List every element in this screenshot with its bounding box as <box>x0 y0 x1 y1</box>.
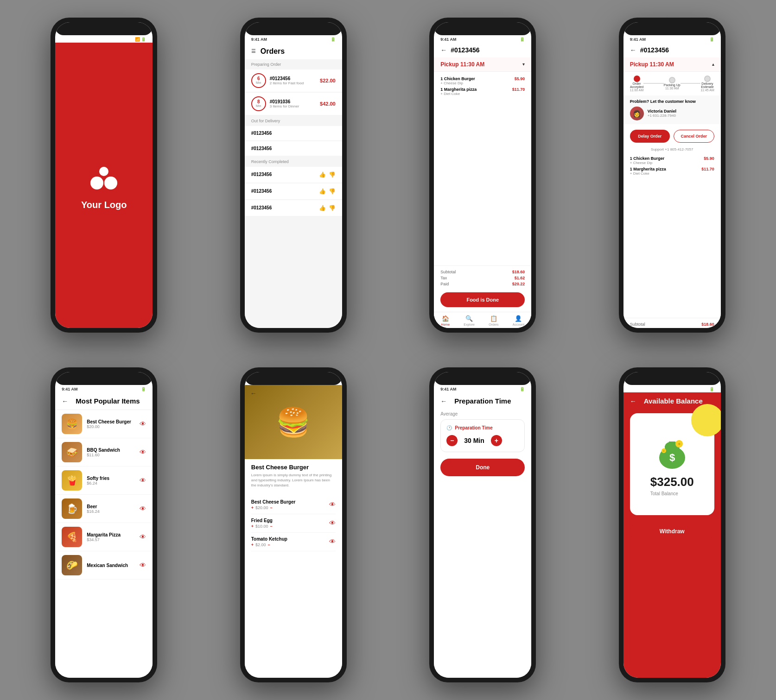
plus-sign-3[interactable]: + <box>251 542 254 547</box>
eye-icon-4[interactable]: 👁 <box>140 505 146 512</box>
mexican-name: Mexican Sandwich <box>87 563 135 568</box>
delivery-label: Out for Delivery <box>245 116 342 125</box>
detail-item-info-1: 1 Chicken Burger + Cheese Dip <box>440 76 475 85</box>
completed-order-1[interactable]: #0123456 👍 👎 <box>245 167 342 183</box>
delivery-id-2: #0123456 <box>251 146 336 151</box>
tl-line-2 <box>681 83 701 84</box>
eye-icon-cust-1[interactable]: 👁 <box>329 501 336 508</box>
status-item-add-2: + Diet Coke <box>630 171 666 176</box>
notch-8 <box>623 372 721 385</box>
back-arrow-7[interactable]: ← <box>440 397 447 405</box>
eye-icon-6[interactable]: 👁 <box>140 561 146 569</box>
beer-name: Beer <box>87 504 135 509</box>
withdraw-button[interactable]: Withdraw <box>630 523 714 540</box>
cust-info-3: Tomato Ketchup + $2.00 − <box>251 536 287 547</box>
sandwich-img: 🥪 <box>62 442 82 462</box>
delivery-order-1[interactable]: #0123456 <box>245 126 342 140</box>
nav-explore[interactable]: 🔍 Explore <box>464 315 475 326</box>
customize-item-3: Tomato Ketchup + $2.00 − 👁 <box>251 533 336 551</box>
hamburger-menu-icon[interactable]: ☰ <box>251 48 256 54</box>
prep-screen: ← Preparation Time Average 🕐 Preparation… <box>434 392 531 678</box>
pickup-label-3: Pickup 11:30 AM <box>440 61 484 68</box>
list-item[interactable]: 🍕 Margarita Pizza $34.57 👁 <box>55 523 153 551</box>
fries-name: Softy fries <box>87 476 135 481</box>
nav-account[interactable]: 👤 Account <box>513 315 524 326</box>
list-item[interactable]: 🥪 BBQ Sandwich $11.60 👁 <box>55 438 153 467</box>
status-time-5: 9:41 AM <box>62 387 77 391</box>
stepper-value: 30 Min <box>464 437 484 444</box>
back-arrow-8[interactable]: ← <box>630 397 636 405</box>
list-header: ← Most Popular Items <box>55 392 153 410</box>
eye-icon-2[interactable]: 👁 <box>140 448 146 456</box>
detail-header: ← #0123456 <box>434 43 531 57</box>
battery-icon-7: 🔋 <box>520 387 525 391</box>
minus-sign-3[interactable]: − <box>268 542 270 547</box>
bottom-nav-3: 🏠 Home 🔍 Explore 📋 Orders 👤 Account <box>434 312 531 328</box>
burger-hero-image: 🍔 ← <box>245 385 342 459</box>
cust-controls-1: + $20.00 − <box>251 505 296 510</box>
plus-stepper-button[interactable]: + <box>491 435 502 446</box>
prep-stepper: − 30 Min + <box>446 435 519 446</box>
phone-balance: 9:41 AM 🔋 ← Available Balance <box>619 367 725 682</box>
signal-icons-8: 🔋 <box>709 387 714 391</box>
eye-icon-cust-3[interactable]: 👁 <box>329 538 336 545</box>
done-button[interactable]: Done <box>440 459 525 476</box>
minus-sign-1[interactable]: − <box>270 505 273 510</box>
minus-stepper-button[interactable]: − <box>446 435 458 446</box>
nav-home[interactable]: 🏠 Home <box>441 315 450 326</box>
list-item[interactable]: 🍔 Best Cheese Burger $20.00 👁 <box>55 410 153 438</box>
cancel-order-button[interactable]: Cancel Order <box>674 130 714 143</box>
status-item-row-2: 1 Margherita pizza + Diet Coke $11.70 <box>630 167 714 176</box>
thumb-up-icon-3[interactable]: 👍 <box>319 205 326 211</box>
minus-sign-2[interactable]: − <box>270 524 273 529</box>
back-arrow-6[interactable]: ← <box>250 390 257 397</box>
customer-info: Victoria Daniel +1 631-228-7940 <box>648 109 676 118</box>
signal-icons-1: ▐▐▐ 📶 🔋 <box>125 37 146 42</box>
timeline-step-1: OrderAccepted 11:00 AM <box>630 76 644 92</box>
thumb-up-icon-2[interactable]: 👍 <box>319 188 326 195</box>
thumb-down-icon-1[interactable]: 👎 <box>329 171 336 178</box>
battery-icon-2: 🔋 <box>331 37 336 42</box>
delivery-order-2[interactable]: #0123456 <box>245 141 342 156</box>
eye-icon-5[interactable]: 👁 <box>140 533 146 541</box>
battery-icon-8: 🔋 <box>709 387 714 391</box>
status-bar-5: 9:41 AM 🔋 <box>55 385 153 392</box>
eye-icon-1[interactable]: 👁 <box>140 420 146 428</box>
order-item-2[interactable]: 8 Min #0191036 3 Items for Dinner $42.00 <box>245 93 342 115</box>
signal-icon-1: ▐▐▐ <box>125 37 134 42</box>
eye-icon-cust-2[interactable]: 👁 <box>329 519 336 527</box>
cust-name-1: Best Cheese Burger <box>251 499 296 505</box>
back-arrow-4[interactable]: ← <box>630 46 636 54</box>
eye-icon-3[interactable]: 👁 <box>140 477 146 484</box>
plus-sign-2[interactable]: + <box>251 524 254 529</box>
nav-account-label: Account <box>513 323 524 326</box>
nav-orders[interactable]: 📋 Orders <box>489 315 498 326</box>
signal-icons-4: 🔋 <box>709 37 714 42</box>
phone-orders: 9:41 AM 🔋 ☰ Orders Preparing Order 6 Min <box>240 18 347 333</box>
back-arrow-5[interactable]: ← <box>62 397 68 405</box>
thumb-icons-1: 👍 👎 <box>319 171 336 178</box>
thumb-down-icon-2[interactable]: 👎 <box>329 188 336 195</box>
subtotal-row-3: Subtotal $18.60 <box>440 270 525 274</box>
list-item[interactable]: 🌮 Mexican Sandwich 👁 <box>55 551 153 580</box>
paid-value-3: $20.22 <box>512 282 525 286</box>
thumb-up-icon-1[interactable]: 👍 <box>319 171 326 178</box>
pickup-bar-3[interactable]: Pickup 11:30 AM ▾ <box>434 57 531 72</box>
app-logo <box>88 160 120 192</box>
customer-phone: +1 631-228-7940 <box>648 114 676 118</box>
food-done-button[interactable]: Food is Done <box>440 292 525 307</box>
delay-order-button[interactable]: Delay Order <box>630 130 670 143</box>
list-item[interactable]: 🍟 Softy fries $6.24 👁 <box>55 467 153 495</box>
order-price-2: $42.00 <box>320 101 336 107</box>
pizza-price: $34.57 <box>87 537 135 542</box>
order-item-1[interactable]: 6 Min #0123456 2 Items for Fast food $22… <box>245 69 342 92</box>
pizza-img: 🍕 <box>62 527 82 547</box>
list-item[interactable]: 🍺 Beer $16.24 👁 <box>55 495 153 523</box>
completed-order-3[interactable]: #0123456 👍 👎 <box>245 200 342 216</box>
back-arrow-3[interactable]: ← <box>440 46 447 54</box>
plus-sign-1[interactable]: + <box>251 505 254 510</box>
status-time-3: 9:41 AM <box>440 37 456 42</box>
completed-order-2[interactable]: #0123456 👍 👎 <box>245 183 342 199</box>
pickup-bar-4[interactable]: Pickup 11:30 AM ▴ <box>623 57 721 72</box>
thumb-down-icon-3[interactable]: 👎 <box>329 205 336 211</box>
